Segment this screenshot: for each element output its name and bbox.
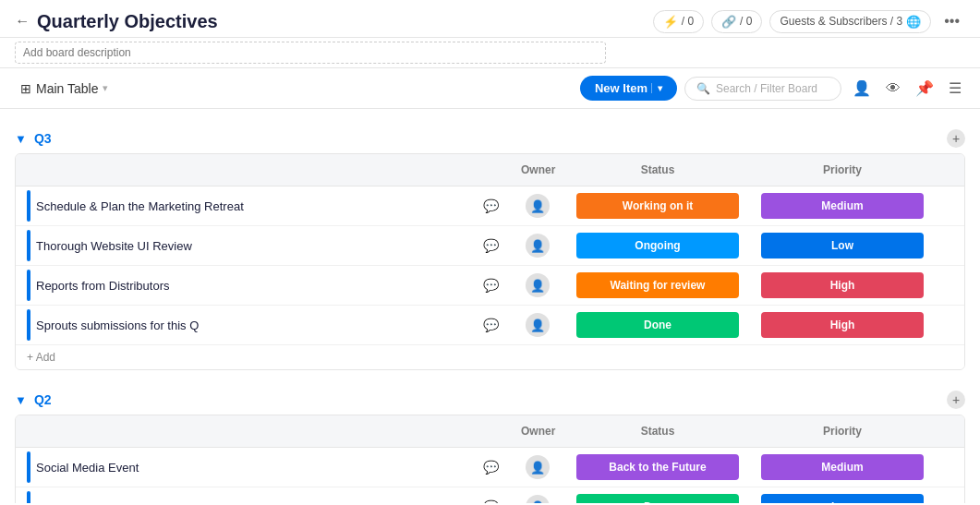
col-priority: Priority bbox=[750, 421, 935, 441]
avatar[interactable]: 👤 bbox=[526, 234, 550, 258]
table-row: Social Media Event 💬 👤 Back to the Futur… bbox=[16, 448, 964, 487]
more-button[interactable]: ••• bbox=[938, 9, 965, 33]
avatar[interactable]: 👤 bbox=[526, 194, 550, 218]
status-badge[interactable]: Ongoing bbox=[576, 233, 739, 259]
add-group-icon-q2[interactable]: + bbox=[947, 391, 965, 409]
priority-badge[interactable]: High bbox=[761, 312, 924, 338]
automations-badge[interactable]: ⚡ / 0 bbox=[653, 10, 704, 33]
header-left: → Quarterly Objectives bbox=[15, 11, 653, 32]
priority-cell[interactable]: Low bbox=[750, 226, 935, 265]
status-badge[interactable]: Back to the Future bbox=[576, 454, 739, 480]
filter-icon-button[interactable]: ☰ bbox=[945, 76, 965, 101]
page-title: Quarterly Objectives bbox=[37, 11, 218, 32]
automations-icon: ⚡ bbox=[663, 15, 678, 29]
priority-badge[interactable]: High bbox=[761, 272, 924, 298]
avatar[interactable]: 👤 bbox=[526, 313, 550, 337]
comment-icon[interactable]: 💬 bbox=[483, 198, 499, 213]
status-cell[interactable]: Working on it bbox=[565, 186, 750, 225]
comment-icon[interactable]: 💬 bbox=[483, 318, 499, 332]
comment-icon[interactable]: 💬 bbox=[483, 238, 499, 253]
avatar[interactable]: 👤 bbox=[526, 273, 550, 297]
priority-cell[interactable]: High bbox=[750, 306, 935, 344]
col-owner: Owner bbox=[510, 421, 565, 441]
status-badge[interactable]: Working on it bbox=[576, 193, 739, 219]
table-row: Thorough Website UI Review 💬 👤 Ongoing L… bbox=[16, 226, 964, 266]
group-section-q2: ▼ Q2 + Owner Status Priority Social Medi… bbox=[0, 385, 980, 503]
globe-icon: 🌐 bbox=[906, 15, 921, 29]
comment-icon[interactable]: 💬 bbox=[483, 278, 499, 293]
task-cell: Analysis for Customer Growth 💬 bbox=[16, 487, 510, 503]
task-name: Thorough Website UI Review bbox=[36, 239, 478, 253]
integrations-badge[interactable]: 🔗 / 0 bbox=[711, 10, 762, 33]
owner-cell: 👤 bbox=[510, 487, 565, 503]
task-cell: Reports from Distributors 💬 bbox=[16, 266, 510, 305]
table-row: Analysis for Customer Growth 💬 👤 Done Lo… bbox=[16, 487, 964, 503]
col-priority: Priority bbox=[750, 160, 935, 180]
guests-badge[interactable]: Guests & Subscribers / 3 🌐 bbox=[769, 10, 931, 33]
add-row-q3[interactable]: + Add bbox=[16, 345, 964, 369]
add-group-icon-q3[interactable]: + bbox=[947, 129, 965, 148]
search-bar[interactable]: 🔍 Search / Filter Board bbox=[684, 77, 841, 101]
status-badge[interactable]: Done bbox=[576, 312, 739, 338]
col-add bbox=[935, 421, 964, 441]
group-header-q3: ▼ Q3 + bbox=[0, 124, 980, 153]
row-options bbox=[935, 487, 964, 503]
group-arrow-q3[interactable]: ▼ bbox=[15, 132, 27, 146]
priority-cell[interactable]: Medium bbox=[750, 448, 935, 487]
task-cell: Sprouts submissions for this Q 💬 bbox=[16, 306, 510, 344]
task-cell: Thorough Website UI Review 💬 bbox=[16, 226, 510, 265]
group-header-q2: ▼ Q2 + bbox=[0, 385, 980, 415]
toolbar-right: New Item ▾ 🔍 Search / Filter Board 👤 👁 📌… bbox=[580, 76, 965, 101]
priority-badge[interactable]: Medium bbox=[761, 454, 924, 480]
status-badge[interactable]: Done bbox=[576, 494, 739, 503]
board-description-input[interactable] bbox=[15, 42, 606, 64]
comment-icon[interactable]: 💬 bbox=[483, 460, 499, 475]
group-title-q3: Q3 bbox=[34, 131, 52, 146]
status-cell[interactable]: Done bbox=[565, 487, 750, 503]
task-name: Analysis for Customer Growth bbox=[36, 500, 478, 504]
search-icon: 🔍 bbox=[696, 82, 710, 95]
back-icon[interactable]: → bbox=[15, 13, 30, 30]
priority-cell[interactable]: High bbox=[750, 266, 935, 305]
status-badge[interactable]: Waiting for review bbox=[576, 272, 739, 298]
table-header-q3: Owner Status Priority bbox=[16, 154, 964, 186]
owner-cell: 👤 bbox=[510, 266, 565, 305]
eye-icon-button[interactable]: 👁 bbox=[882, 77, 904, 101]
task-cell: Schedule & Plan the Marketing Retreat 💬 bbox=[16, 186, 510, 225]
group-title-q2: Q2 bbox=[34, 392, 52, 407]
row-options bbox=[935, 226, 964, 265]
header-right: ⚡ / 0 🔗 / 0 Guests & Subscribers / 3 🌐 •… bbox=[653, 9, 965, 33]
priority-cell[interactable]: Medium bbox=[750, 186, 935, 225]
avatar[interactable]: 👤 bbox=[526, 455, 550, 479]
status-cell[interactable]: Ongoing bbox=[565, 226, 750, 265]
pin-icon-button[interactable]: 📌 bbox=[912, 76, 938, 101]
priority-badge[interactable]: Medium bbox=[761, 193, 924, 219]
status-cell[interactable]: Back to the Future bbox=[565, 448, 750, 487]
new-item-button[interactable]: New Item ▾ bbox=[580, 76, 677, 101]
table-q2: Owner Status Priority Social Media Event… bbox=[15, 415, 965, 503]
dropdown-icon: ▾ bbox=[103, 82, 108, 94]
guests-label: Guests & Subscribers / 3 bbox=[780, 15, 902, 28]
content-area: ▼ Q3 + Owner Status Priority Schedule & … bbox=[0, 109, 980, 503]
priority-badge[interactable]: Low bbox=[761, 233, 924, 259]
group-arrow-q2[interactable]: ▼ bbox=[15, 393, 27, 407]
person-icon-button[interactable]: 👤 bbox=[849, 76, 875, 101]
avatar[interactable]: 👤 bbox=[526, 495, 550, 503]
main-table-button[interactable]: ⊞ Main Table ▾ bbox=[15, 78, 114, 100]
row-options bbox=[935, 186, 964, 225]
owner-cell: 👤 bbox=[510, 306, 565, 344]
row-options bbox=[935, 448, 964, 487]
status-cell[interactable]: Done bbox=[565, 306, 750, 344]
search-placeholder: Search / Filter Board bbox=[716, 82, 817, 95]
row-indicator bbox=[27, 309, 30, 341]
task-name: Social Media Event bbox=[36, 461, 478, 475]
toolbar-left: ⊞ Main Table ▾ bbox=[15, 78, 571, 100]
status-cell[interactable]: Waiting for review bbox=[565, 266, 750, 305]
priority-cell[interactable]: Low bbox=[750, 487, 935, 503]
integrations-label: / 0 bbox=[740, 15, 752, 28]
col-task bbox=[16, 421, 510, 441]
main-table-label: Main Table bbox=[36, 81, 98, 96]
table-row: Schedule & Plan the Marketing Retreat 💬 … bbox=[16, 186, 964, 226]
comment-icon[interactable]: 💬 bbox=[483, 499, 499, 503]
priority-badge[interactable]: Low bbox=[761, 494, 924, 503]
